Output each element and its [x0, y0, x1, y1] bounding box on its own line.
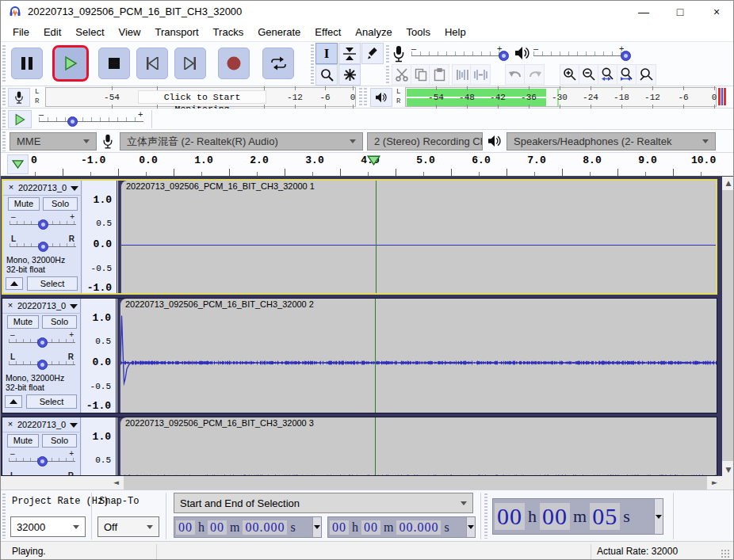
- selection-start-field[interactable]: 00 h 00 m 00.000 s: [174, 516, 322, 538]
- pan-slider-thumb[interactable]: [37, 360, 48, 370]
- solo-button[interactable]: Solo: [43, 197, 78, 211]
- track-menu-icon[interactable]: [70, 423, 78, 428]
- menu-transport[interactable]: Transport: [147, 25, 205, 40]
- track-close-button[interactable]: ×: [5, 300, 16, 311]
- waveform-region[interactable]: 20220713_092506_PCM_16_BIT_CH3_32000 3: [117, 417, 717, 475]
- fit-project-button[interactable]: [617, 64, 637, 85]
- pan-slider[interactable]: LR: [10, 236, 76, 252]
- zoom-tool-button[interactable]: [315, 64, 338, 86]
- menu-effect[interactable]: Effect: [308, 25, 348, 40]
- position-hours[interactable]: 00: [495, 503, 525, 530]
- audio-clip[interactable]: 20220713_092506_PCM_16_BIT_CH3_32000 2: [120, 299, 717, 413]
- horizontal-scrollbar-thumb[interactable]: [124, 476, 707, 490]
- start-hours[interactable]: 00: [176, 520, 195, 535]
- selection-end-field[interactable]: 00 h 00 m 00.000 s: [327, 516, 476, 538]
- play-at-speed-grip[interactable]: [2, 110, 6, 128]
- maximize-button[interactable]: □: [662, 1, 698, 23]
- silence-selection-button[interactable]: [470, 64, 491, 85]
- transport-toolbar-grip[interactable]: [2, 45, 6, 83]
- menu-edit[interactable]: Edit: [36, 25, 68, 40]
- waveform-canvas[interactable]: [120, 431, 717, 476]
- monitoring-hint[interactable]: Click to Start Monitoring: [138, 90, 266, 104]
- menu-file[interactable]: File: [6, 25, 36, 40]
- track-select-button[interactable]: Select: [27, 276, 78, 291]
- recording-meter-grip[interactable]: [2, 88, 6, 107]
- zoom-toggle-button[interactable]: [636, 64, 656, 85]
- envelope-tool-button[interactable]: [338, 43, 361, 64]
- menu-generate[interactable]: Generate: [250, 25, 308, 40]
- gain-slider[interactable]: –+: [9, 451, 75, 467]
- menu-analyze[interactable]: Analyze: [348, 25, 399, 40]
- end-seconds[interactable]: 00.000: [396, 520, 441, 535]
- track-1[interactable]: ×20220713_0MuteSolo–+LRMono, 32000Hz32-b…: [2, 179, 717, 295]
- track-title[interactable]: 20220713_0: [18, 183, 67, 192]
- scroll-right-arrow[interactable]: ►: [708, 476, 721, 490]
- resize-grip[interactable]: [721, 549, 730, 558]
- minimize-button[interactable]: —: [625, 1, 662, 23]
- scroll-up-arrow[interactable]: ▲: [722, 177, 734, 189]
- scroll-left-arrow[interactable]: ◄: [109, 476, 123, 490]
- playback-volume-slider[interactable]: [621, 51, 631, 61]
- fit-selection-button[interactable]: [598, 64, 618, 85]
- recording-meter[interactable]: -54-488-12-60 Click to Start Monitoring: [45, 87, 356, 107]
- time-format-dropdown[interactable]: [654, 499, 663, 534]
- waveform-region[interactable]: 20220713_092506_PCM_16_BIT_CH3_32000 2: [117, 299, 717, 413]
- title-bar[interactable]: 20220713_092506_PCM_16_BIT_CH3_32000 — □…: [1, 1, 734, 23]
- stop-button[interactable]: [98, 48, 130, 79]
- selection-mode-select[interactable]: Start and End of Selection: [174, 493, 473, 513]
- track-menu-icon[interactable]: [71, 186, 78, 191]
- pan-slider[interactable]: LR: [9, 354, 75, 370]
- snap-to-select[interactable]: Off: [97, 516, 159, 537]
- time-toolbar-grip[interactable]: [484, 493, 487, 539]
- waveform-canvas[interactable]: [121, 194, 717, 295]
- solo-button[interactable]: Solo: [42, 315, 77, 329]
- track-select-button[interactable]: Select: [26, 394, 77, 409]
- skip-to-end-button[interactable]: [174, 48, 206, 79]
- mute-button[interactable]: Mute: [7, 315, 39, 329]
- track-close-button[interactable]: ×: [6, 182, 17, 193]
- vertical-scrollbar-thumb[interactable]: [722, 190, 734, 461]
- recording-meter-mic-button[interactable]: [8, 88, 30, 107]
- waveform-region[interactable]: 20220713_092506_PCM_16_BIT_CH3_32000 1: [118, 181, 716, 293]
- pan-slider-thumb[interactable]: [38, 242, 48, 252]
- redo-button[interactable]: [524, 64, 545, 85]
- start-seconds[interactable]: 00.000: [243, 520, 287, 535]
- paste-button[interactable]: [429, 64, 449, 85]
- record-button[interactable]: [218, 48, 250, 79]
- draw-tool-button[interactable]: [361, 43, 384, 64]
- selection-toolbar-grip[interactable]: [2, 493, 6, 539]
- track-control-panel[interactable]: ×20220713_0MuteSolo–+LRMono, 32000Hz32-b…: [2, 299, 81, 413]
- undo-button[interactable]: [505, 64, 526, 85]
- gain-slider[interactable]: –+: [9, 332, 75, 348]
- device-toolbar-grip[interactable]: [2, 131, 6, 151]
- playback-meter-grip2[interactable]: [364, 88, 367, 107]
- track-title[interactable]: 20220713_0: [17, 420, 66, 429]
- multi-tool-button[interactable]: [338, 64, 361, 86]
- track-menu-icon[interactable]: [70, 304, 78, 309]
- recording-device-select[interactable]: 立体声混音 (2- Realtek(R) Audio): [120, 132, 363, 150]
- gain-slider[interactable]: –+: [10, 214, 76, 230]
- position-seconds[interactable]: 05: [590, 503, 620, 530]
- mute-button[interactable]: Mute: [8, 197, 40, 211]
- playback-device-select[interactable]: Speakers/Headphones (2- Realtek: [507, 132, 716, 150]
- playback-meter-grip[interactable]: [359, 88, 362, 107]
- audio-clip[interactable]: 20220713_092506_PCM_16_BIT_CH3_32000 3: [120, 417, 717, 476]
- playback-volume-track[interactable]: [533, 55, 627, 56]
- time-format-dropdown[interactable]: [466, 517, 475, 537]
- play-at-speed-button[interactable]: [8, 110, 32, 128]
- skip-to-start-button[interactable]: [136, 48, 168, 79]
- track-vertical-ruler[interactable]: 1.00.50.0-0.5-1.0: [82, 181, 117, 293]
- menu-view[interactable]: View: [112, 25, 148, 40]
- timeline-ruler[interactable]: 0 -1.00.01.02.03.04.05.06.07.08.09.010.0: [1, 153, 734, 177]
- playback-meter-speaker-button[interactable]: [370, 88, 392, 107]
- cut-button[interactable]: [392, 64, 412, 85]
- track-3[interactable]: ×20220713_0MuteSolo–+LRMono, 32000Hz32-b…: [2, 417, 717, 476]
- position-minutes[interactable]: 00: [540, 503, 570, 530]
- recording-volume-track[interactable]: [411, 55, 505, 56]
- gain-slider-thumb[interactable]: [37, 456, 48, 467]
- gain-slider-thumb[interactable]: [38, 219, 48, 230]
- gain-slider-thumb[interactable]: [37, 337, 48, 348]
- pause-button[interactable]: [11, 48, 43, 79]
- audio-clip[interactable]: 20220713_092506_PCM_16_BIT_CH3_32000 1: [120, 181, 717, 295]
- start-minutes[interactable]: 00: [208, 520, 227, 535]
